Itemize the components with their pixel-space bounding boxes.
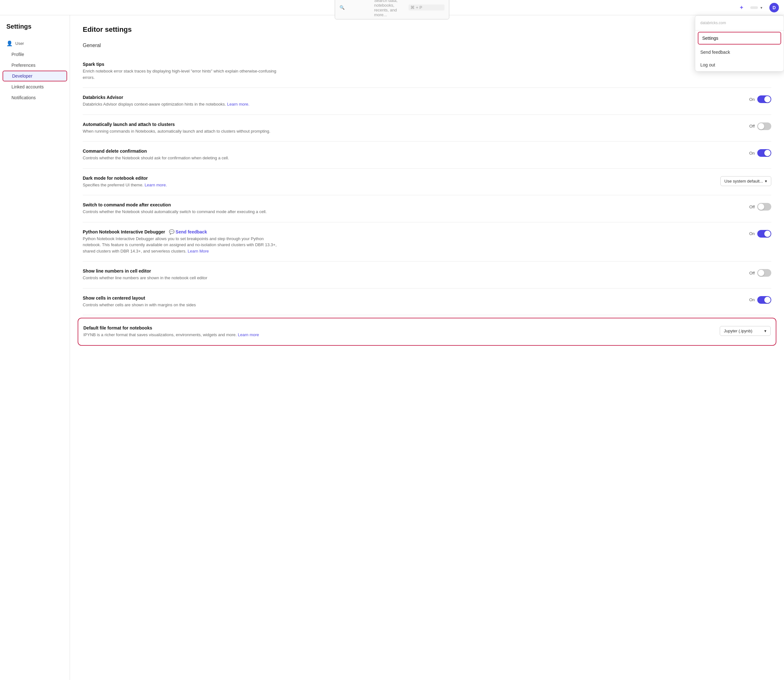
sidebar-item-developer[interactable]: Developer — [3, 71, 67, 82]
toggle-centered-layout[interactable] — [757, 296, 771, 304]
settings-label-default-file-format: Default file format for notebooks — [84, 325, 281, 331]
spark-icon: ✦ — [739, 4, 744, 11]
settings-label-auto-launch: Automatically launch and attach to clust… — [83, 122, 280, 127]
settings-row-centered-layout: Show cells in centered layout Controls w… — [83, 288, 771, 315]
main-content: Editor settings General Spark tips Enric… — [70, 15, 784, 680]
toggle-line-numbers[interactable] — [757, 269, 771, 277]
sidebar-section-user: 👤 User Profile Preferences Developer Lin… — [0, 36, 70, 104]
settings-desc-line-numbers: Controls whether line numbers are shown … — [83, 275, 280, 281]
settings-label-dark-mode: Dark mode for notebook editor — [83, 176, 280, 181]
sidebar-item-profile[interactable]: Profile — [0, 49, 70, 60]
toggle-label-auto-launch: Off — [749, 124, 755, 129]
settings-content-centered-layout: Show cells in centered layout Controls w… — [83, 296, 280, 308]
settings-row-spark-tips: Spark tips Enrich notebook error stack t… — [83, 55, 771, 88]
settings-control-dark-mode: Use system default... ▾ — [720, 176, 771, 186]
toggle-auto-launch[interactable] — [757, 123, 771, 130]
toggle-cmd-delete[interactable] — [757, 149, 771, 157]
settings-control-cmd-delete: On — [749, 148, 771, 157]
settings-control-switch-cmd: Off — [749, 202, 771, 211]
dark-mode-select[interactable]: Use system default... ▾ — [720, 176, 771, 186]
user-icon: 👤 — [6, 40, 13, 46]
settings-content-dark-mode: Dark mode for notebook editor Specifies … — [83, 176, 280, 188]
settings-row-dark-mode: Dark mode for notebook editor Specifies … — [83, 168, 771, 195]
settings-content-default-file-format: Default file format for notebooks IPYNB … — [84, 325, 281, 338]
user-dropdown: databricks.com Settings Send feedback Lo… — [695, 15, 784, 72]
user-menu-trigger[interactable]: ▼ — [748, 5, 765, 11]
settings-label-python-debugger: Python Notebook Interactive Debugger 💬 S… — [83, 229, 280, 235]
section-title: General — [83, 42, 771, 48]
settings-control-databricks-advisor: On — [749, 95, 771, 103]
search-icon: 🔍 — [339, 5, 372, 10]
settings-desc-python-debugger: Python Notebook Interactive Debugger all… — [83, 236, 280, 255]
settings-control-python-debugger: On — [749, 229, 771, 238]
sidebar-title: Settings — [0, 23, 70, 36]
learn-more-link-debugger[interactable]: Learn More — [188, 249, 209, 253]
chevron-down-icon: ▼ — [760, 6, 763, 9]
settings-desc-default-file-format: IPYNB is a richer format that saves visu… — [84, 332, 281, 338]
settings-row-cmd-delete: Command delete confirmation Controls whe… — [83, 142, 771, 168]
app-layout: Settings 👤 User Profile Preferences Deve… — [0, 0, 784, 680]
settings-desc-switch-cmd: Controls whether the Notebook should aut… — [83, 209, 280, 215]
toggle-label-cmd-delete: On — [749, 151, 755, 156]
settings-desc-spark-tips: Enrich notebook error stack traces by di… — [83, 68, 280, 80]
settings-content-python-debugger: Python Notebook Interactive Debugger 💬 S… — [83, 229, 280, 255]
settings-row-auto-launch: Automatically launch and attach to clust… — [83, 115, 771, 142]
toggle-label-python-debugger: On — [749, 231, 755, 236]
settings-label-centered-layout: Show cells in centered layout — [83, 296, 280, 301]
chevron-down-select-icon: ▾ — [765, 179, 767, 184]
settings-row-databricks-advisor: Databricks Advisor Databricks Advisor di… — [83, 88, 771, 115]
settings-content-cmd-delete: Command delete confirmation Controls whe… — [83, 148, 280, 161]
search-bar[interactable]: 🔍 Search data, notebooks, recents, and m… — [335, 0, 449, 19]
settings-desc-databricks-advisor: Databricks Advisor displays context-awar… — [83, 101, 280, 107]
settings-desc-dark-mode: Specifies the preferred UI theme. Learn … — [83, 182, 280, 188]
settings-content-line-numbers: Show line numbers in cell editor Control… — [83, 268, 280, 281]
feedback-bubble: 💬 Send feedback — [166, 229, 207, 235]
dropdown-item-log-out[interactable]: Log out — [695, 58, 784, 71]
settings-label-switch-cmd: Switch to command mode after execution — [83, 202, 280, 207]
sidebar-user-row: 👤 User — [0, 38, 70, 49]
settings-label-line-numbers: Show line numbers in cell editor — [83, 268, 280, 274]
topbar: 🔍 Search data, notebooks, recents, and m… — [0, 0, 784, 15]
settings-label-databricks-advisor: Databricks Advisor — [83, 95, 280, 100]
toggle-label-switch-cmd: Off — [749, 205, 755, 209]
settings-label-cmd-delete: Command delete confirmation — [83, 148, 280, 154]
settings-desc-cmd-delete: Controls whether the Notebook should ask… — [83, 155, 280, 161]
settings-row-switch-cmd: Switch to command mode after execution C… — [83, 195, 771, 222]
sidebar-item-linked-accounts[interactable]: Linked accounts — [0, 82, 70, 92]
search-placeholder: Search data, notebooks, recents, and mor… — [374, 0, 406, 17]
learn-more-link-advisor[interactable]: Learn more. — [227, 102, 249, 107]
settings-control-auto-launch: Off — [749, 122, 771, 130]
chevron-down-file-format-icon: ▾ — [764, 329, 767, 333]
sidebar-item-notifications[interactable]: Notifications — [0, 92, 70, 103]
settings-control-line-numbers: Off — [749, 268, 771, 277]
toggle-switch-cmd[interactable] — [757, 203, 771, 211]
dropdown-user-section: databricks.com — [695, 16, 784, 30]
file-format-select[interactable]: Jupyter (.ipynb) ▾ — [720, 326, 771, 336]
settings-desc-auto-launch: When running commands in Notebooks, auto… — [83, 128, 280, 135]
search-shortcut: ⌘ + P — [409, 5, 445, 11]
sidebar-user-label: User — [15, 41, 24, 46]
settings-row-line-numbers: Show line numbers in cell editor Control… — [83, 261, 771, 288]
settings-control-centered-layout: On — [749, 296, 771, 304]
dropdown-item-send-feedback[interactable]: Send feedback — [695, 46, 784, 58]
avatar[interactable]: D — [769, 3, 779, 13]
settings-control-default-file-format: Jupyter (.ipynb) ▾ — [720, 325, 771, 336]
toggle-label-advisor: On — [749, 97, 755, 102]
settings-desc-centered-layout: Controls whether cells are shown in with… — [83, 302, 280, 308]
topbar-right: ✦ ▼ D — [739, 0, 779, 15]
dropdown-item-settings[interactable]: Settings — [698, 32, 781, 44]
learn-more-link-file-format[interactable]: Learn more — [238, 332, 259, 337]
toggle-databricks-advisor[interactable] — [757, 95, 771, 103]
learn-more-link-dark-mode[interactable]: Learn more. — [144, 183, 167, 187]
toggle-python-debugger[interactable] — [757, 230, 771, 238]
dropdown-user-email: databricks.com — [700, 20, 779, 25]
settings-label-spark-tips: Spark tips — [83, 62, 280, 67]
user-name — [750, 6, 758, 9]
settings-content-auto-launch: Automatically launch and attach to clust… — [83, 122, 280, 135]
python-debugger-feedback-link[interactable]: Send feedback — [176, 229, 207, 235]
chat-bubble-icon: 💬 — [169, 229, 174, 235]
sidebar-item-preferences[interactable]: Preferences — [0, 60, 70, 71]
toggle-label-centered-layout: On — [749, 298, 755, 302]
settings-content-switch-cmd: Switch to command mode after execution C… — [83, 202, 280, 215]
sidebar: Settings 👤 User Profile Preferences Deve… — [0, 15, 70, 680]
